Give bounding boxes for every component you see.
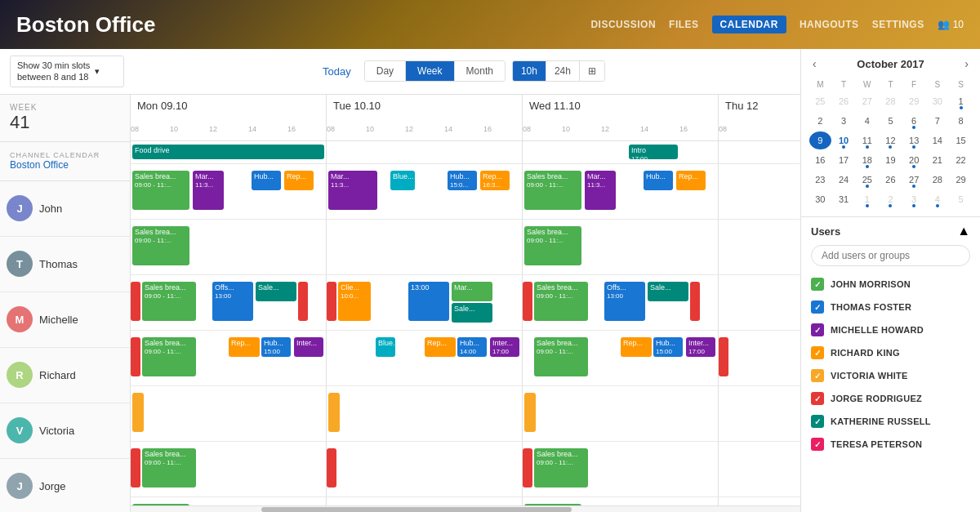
event[interactable]: 13:00 — [408, 282, 449, 321]
event[interactable]: Sales brea...09:00 - 11:... — [534, 282, 588, 321]
event[interactable]: Sales brea...09:00 - 11:... — [524, 226, 581, 265]
event[interactable] — [327, 448, 336, 488]
cal-day[interactable]: 6 — [903, 112, 925, 130]
list-item[interactable]: ✓ JORGE RODRIGUEZ — [801, 387, 980, 410]
users-section-header[interactable]: Users ▲ — [801, 217, 980, 245]
nav-files[interactable]: FILES — [669, 19, 699, 30]
cal-day[interactable]: 8 — [950, 112, 972, 130]
event[interactable]: Sales brea...09:00 - 11:... — [132, 504, 189, 505]
user-checkbox[interactable]: ✓ — [811, 415, 824, 428]
event[interactable]: Sale... — [452, 303, 492, 323]
event[interactable] — [719, 337, 728, 376]
event[interactable]: Hub...15:0... — [448, 171, 477, 190]
cal-day[interactable]: 3 — [903, 190, 925, 208]
event[interactable]: Clie...10:0... — [338, 282, 371, 321]
cal-day[interactable]: 12 — [880, 131, 902, 149]
event[interactable]: Inter...17:00 — [490, 337, 519, 357]
event[interactable]: Mar...11:3... — [585, 171, 616, 210]
cal-day[interactable]: 3 — [833, 112, 855, 130]
cal-day[interactable]: 30 — [927, 92, 949, 110]
cal-day[interactable]: 4 — [856, 112, 878, 130]
cal-day[interactable]: 27 — [856, 92, 878, 110]
event[interactable]: Sales brea...09:00 - 11:... — [524, 504, 581, 505]
cal-day[interactable]: 26 — [880, 171, 902, 189]
event[interactable]: Hub... — [252, 171, 281, 190]
event[interactable]: Mar...11:3... — [193, 171, 224, 210]
week-view-button[interactable]: Week — [406, 61, 454, 81]
user-checkbox[interactable]: ✓ — [811, 278, 824, 291]
cal-day[interactable]: 25 — [809, 92, 831, 110]
cal-day[interactable]: 30 — [809, 190, 831, 208]
user-checkbox[interactable]: ✓ — [811, 323, 824, 336]
user-checkbox[interactable]: ✓ — [811, 346, 824, 359]
cal-day[interactable]: 29 — [903, 92, 925, 110]
event[interactable] — [328, 393, 340, 432]
cal-day-today[interactable]: 9 — [809, 131, 831, 149]
cal-day-selected[interactable]: 10 — [833, 131, 855, 149]
cal-day[interactable]: 27 — [903, 171, 925, 189]
event[interactable] — [298, 282, 308, 321]
cal-day[interactable]: 20 — [903, 151, 925, 169]
event[interactable] — [131, 337, 140, 376]
cal-day[interactable]: 7 — [927, 112, 949, 130]
cal-day[interactable]: 31 — [833, 190, 855, 208]
nav-hangouts[interactable]: HANGOUTS — [800, 19, 859, 30]
event[interactable]: Sale... — [256, 282, 296, 301]
cal-day[interactable]: 21 — [927, 151, 949, 169]
event[interactable] — [523, 282, 532, 321]
nav-discussion[interactable]: DISCUSSION — [590, 19, 656, 30]
cal-day[interactable]: 5 — [950, 190, 972, 208]
month-view-button[interactable]: Month — [455, 61, 505, 81]
event[interactable]: Hub...14:00 — [457, 337, 487, 357]
event[interactable]: Blue... — [376, 337, 395, 357]
cal-day[interactable]: 4 — [927, 190, 949, 208]
list-item[interactable]: ✓ MICHELLE HOWARD — [801, 318, 980, 341]
horizontal-scrollbar[interactable] — [131, 505, 800, 512]
cal-day[interactable]: 23 — [809, 171, 831, 189]
event-intro[interactable]: Intro17:00McK... — [629, 145, 678, 159]
event[interactable]: Rep... — [284, 171, 314, 190]
list-item[interactable]: ✓ KATHERINE RUSSELL — [801, 410, 980, 433]
event[interactable]: Sales brea...09:00 - 11:... — [132, 171, 189, 210]
cal-day[interactable]: 1 — [950, 92, 972, 110]
user-checkbox[interactable]: ✓ — [811, 392, 824, 405]
event[interactable] — [131, 282, 140, 321]
cal-day[interactable]: 28 — [880, 92, 902, 110]
cal-day[interactable]: 25 — [856, 171, 878, 189]
event[interactable]: Inter... — [294, 337, 323, 357]
nav-calendar[interactable]: CALENDAR — [712, 16, 786, 33]
cal-day[interactable]: 5 — [880, 112, 902, 130]
event[interactable] — [131, 448, 140, 488]
event[interactable]: Mar...11:3... — [328, 171, 377, 210]
event[interactable]: Sales brea...09:00 - 11:... — [524, 171, 581, 210]
cal-day[interactable]: 2 — [880, 190, 902, 208]
cal-day[interactable]: 16 — [809, 151, 831, 169]
event[interactable]: Sales brea...09:00 - 11:... — [534, 337, 588, 376]
cal-day[interactable]: 24 — [833, 171, 855, 189]
event[interactable]: Offs...13:00 — [604, 282, 645, 321]
list-item[interactable]: ✓ TERESA PETERSON — [801, 433, 980, 456]
event[interactable] — [327, 282, 336, 321]
24h-button[interactable]: 24h — [546, 61, 580, 81]
add-users-input[interactable] — [811, 245, 970, 266]
cal-day[interactable]: 15 — [950, 131, 972, 149]
event[interactable]: Sales brea...09:00 - 11:... — [132, 226, 189, 265]
today-button[interactable]: Today — [316, 62, 358, 81]
list-item[interactable]: ✓ VICTORIA WHITE — [801, 364, 980, 387]
cal-day[interactable]: 14 — [927, 131, 949, 149]
grid-button[interactable]: ⊞ — [580, 61, 604, 81]
event[interactable]: Blue... — [390, 171, 415, 190]
cal-day[interactable]: 11 — [856, 131, 878, 149]
prev-month-button[interactable]: ‹ — [808, 56, 822, 72]
cal-day[interactable]: 18 — [856, 151, 878, 169]
event[interactable]: Sales brea...09:00 - 11:... — [142, 337, 196, 376]
cal-day[interactable]: 26 — [833, 92, 855, 110]
list-item[interactable]: ✓ RICHARD KING — [801, 341, 980, 364]
event[interactable]: Mar... — [452, 282, 492, 301]
event[interactable]: Rep... — [425, 337, 456, 357]
nav-settings[interactable]: SETTINGS — [872, 19, 924, 30]
cal-day[interactable]: 1 — [856, 190, 878, 208]
cal-day[interactable]: 19 — [880, 151, 902, 169]
event[interactable]: Rep... — [676, 171, 706, 190]
event[interactable]: Hub...15:00 — [261, 337, 291, 357]
